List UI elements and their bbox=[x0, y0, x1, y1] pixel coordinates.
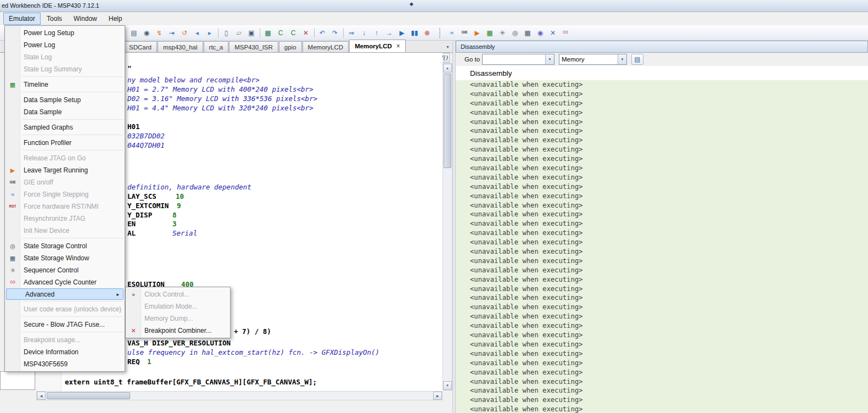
disassembly-row: <unavailable when executing> bbox=[470, 126, 868, 136]
titlebar[interactable]: ed Workbench IDE - MSP430 7.12.1 ◆ bbox=[0, 0, 868, 12]
menu-item-breakpoint-combiner[interactable]: ✕Breakpoint Combiner... bbox=[126, 325, 230, 337]
force-single-step-icon[interactable]: ≈ bbox=[446, 27, 458, 39]
undo-icon-glyph: ↶ bbox=[320, 30, 325, 36]
disassembly-row: <unavailable when executing> bbox=[470, 275, 868, 284]
menu-emulator[interactable]: Emulator bbox=[3, 13, 41, 25]
tab-4-gpio[interactable]: gpio bbox=[279, 41, 302, 52]
breakpoint-combiner-toolbar-icon[interactable]: ✕ bbox=[547, 27, 559, 39]
disassembly-panel-titlebar[interactable]: Disassembly bbox=[456, 41, 868, 53]
navigate-forward-icon-glyph: ▸ bbox=[208, 30, 211, 36]
cycle-counter-toolbar-icon-glyph: ◉ bbox=[537, 30, 543, 36]
scroll-right-button[interactable]: ▶ bbox=[433, 392, 442, 400]
editor-horizontal-scrollbar[interactable]: ◀ ▶ bbox=[36, 391, 443, 400]
step-out-icon[interactable]: ↑ bbox=[371, 27, 383, 39]
scroll-left-button[interactable]: ◀ bbox=[37, 392, 46, 400]
run-icon[interactable]: ▶ bbox=[396, 27, 408, 39]
menu-separator bbox=[22, 332, 123, 332]
tab-6-memorylcd[interactable]: MemoryLCD× bbox=[349, 40, 406, 52]
toolbar-separator bbox=[314, 28, 315, 38]
goto-combobox-arrow-icon[interactable]: ▼ bbox=[545, 54, 554, 64]
tab-close-icon[interactable]: × bbox=[396, 42, 400, 50]
tab-5-memorylcd[interactable]: MemoryLCD bbox=[303, 41, 349, 52]
state-storage-window-toolbar-icon[interactable]: ▦ bbox=[522, 27, 534, 39]
chevron-down-icon: ▼ bbox=[446, 45, 450, 49]
menu-item-device-information[interactable]: Device Information bbox=[5, 346, 125, 358]
menu-item-sequencer-control[interactable]: ✳Sequencer Control bbox=[5, 264, 125, 276]
menu-item-advanced-cycle-counter[interactable]: COAdvanced Cycle Counter bbox=[5, 276, 125, 288]
cycle-counter-toolbar-icon[interactable]: ◉ bbox=[534, 27, 546, 39]
timeline-toolbar-icon[interactable]: ▦ bbox=[484, 27, 496, 39]
menu-item-sampled-graphs[interactable]: Sampled Graphs bbox=[5, 121, 125, 133]
pause-icon[interactable]: ▮▮ bbox=[408, 27, 421, 39]
disassembly-row: <unavailable when executing> bbox=[470, 349, 868, 359]
menu-item-init-new-device: Init New Device bbox=[5, 225, 125, 237]
sequencer-control-toolbar-icon-glyph: ✳ bbox=[500, 30, 505, 36]
menu-separator bbox=[22, 119, 123, 120]
menu-item-power-log-setup[interactable]: Power Log Setup bbox=[5, 27, 125, 39]
toolbar-grip bbox=[439, 28, 443, 38]
advanced-cycle-counter-toolbar-icon[interactable]: CO bbox=[559, 27, 572, 39]
scroll-up-button[interactable]: ▲ bbox=[443, 64, 452, 72]
menu-item-power-log[interactable]: Power Log bbox=[5, 39, 125, 51]
open-document-icon[interactable]: ▱ bbox=[233, 27, 245, 39]
menu-help[interactable]: Help bbox=[103, 13, 128, 25]
print-icon[interactable]: ▤ bbox=[128, 27, 140, 39]
tab-1-msp430-hal[interactable]: msp430_hal bbox=[158, 41, 203, 52]
menu-item-advanced[interactable]: Advanced▸ bbox=[6, 288, 124, 300]
editor-vertical-scrollbar[interactable]: ▲ ▼ bbox=[443, 63, 452, 390]
menu-item-label: Leave Target Running bbox=[20, 166, 88, 174]
vertical-scrollbar-thumb[interactable] bbox=[444, 74, 451, 168]
compile-icon[interactable]: C bbox=[275, 27, 287, 39]
tab-0-sdcard[interactable]: SDCard bbox=[124, 41, 157, 52]
leave-target-running-toolbar-icon[interactable]: ▶ bbox=[471, 27, 483, 39]
menu-item-function-profiler[interactable]: Function Profiler bbox=[5, 137, 125, 149]
new-document-icon[interactable]: ▯ bbox=[220, 27, 232, 39]
goto-combobox[interactable]: ▼ bbox=[482, 54, 555, 65]
window-title: ed Workbench IDE - MSP430 7.12.1 bbox=[2, 2, 99, 9]
goto-label: Go to bbox=[464, 56, 480, 63]
memory-window-button[interactable]: ▤ bbox=[631, 54, 643, 65]
find-icon[interactable]: ◉ bbox=[141, 27, 153, 39]
menu-item-secure-blow-jtag-fuse[interactable]: Secure - Blow JTAG Fuse... bbox=[5, 319, 125, 331]
view-mode-value: Memory bbox=[559, 54, 618, 64]
menu-item-state-storage-window[interactable]: ▦State Storage Window bbox=[5, 252, 125, 264]
gie-toolbar-icon[interactable]: GIE bbox=[458, 27, 471, 39]
navigate-forward-icon[interactable]: ▸ bbox=[204, 27, 216, 39]
sequencer-control-toolbar-icon[interactable]: ✳ bbox=[496, 27, 508, 39]
view-mode-arrow-icon[interactable]: ▼ bbox=[618, 54, 626, 64]
menu-item-label: Device Information bbox=[20, 348, 79, 356]
scroll-down-icon: ▼ bbox=[446, 384, 449, 387]
menu-item-leave-target-running[interactable]: ▶Leave Target Running bbox=[5, 164, 125, 176]
next-statement-icon[interactable]: → bbox=[383, 27, 395, 39]
save-icon[interactable]: ▣ bbox=[245, 27, 257, 39]
reset-icon[interactable]: ↺ bbox=[178, 27, 191, 39]
scroll-down-button[interactable]: ▼ bbox=[443, 381, 452, 390]
menu-tools[interactable]: Tools bbox=[41, 13, 68, 25]
step-into-icon-glyph: ↓ bbox=[362, 30, 366, 36]
redo-icon[interactable]: ↷ bbox=[329, 27, 341, 39]
leave-target-running-toolbar-icon-glyph: ▶ bbox=[474, 30, 479, 36]
menu-item-data-sample-setup[interactable]: Data Sample Setup bbox=[5, 94, 125, 106]
menu-item-data-sample[interactable]: Data Sample bbox=[5, 106, 125, 118]
tab-2-rtc-a[interactable]: rtc_a bbox=[204, 41, 229, 52]
rebuild-all-icon[interactable]: C bbox=[287, 27, 299, 39]
step-over-icon[interactable]: ⇒ bbox=[345, 27, 357, 39]
run-to-cursor-icon[interactable]: ⇥ bbox=[166, 27, 178, 39]
tab-3-msp430-isr[interactable]: MSP430_ISR bbox=[229, 41, 278, 52]
navigate-back-icon[interactable]: ◂ bbox=[191, 27, 203, 39]
make-icon[interactable]: ▦ bbox=[262, 27, 274, 39]
view-mode-combobox[interactable]: Memory ▼ bbox=[559, 54, 627, 65]
stop-build-icon[interactable]: ✕ bbox=[300, 27, 312, 39]
horizontal-scrollbar-thumb[interactable] bbox=[47, 392, 130, 399]
disassembly-row: <unavailable when executing> bbox=[470, 284, 868, 294]
stop-debug-icon[interactable]: ⊗ bbox=[421, 27, 433, 39]
undo-icon[interactable]: ↶ bbox=[316, 27, 328, 39]
menu-item-msp430f5659[interactable]: MSP430F5659 bbox=[5, 358, 125, 370]
step-into-icon[interactable]: ↓ bbox=[358, 27, 370, 39]
state-storage-control-toolbar-icon[interactable]: ◎ bbox=[509, 27, 521, 39]
toggle-breakpoint-icon[interactable]: ↯ bbox=[153, 27, 165, 39]
tab-overflow-button[interactable]: ▼ bbox=[444, 43, 452, 51]
menu-item-timeline[interactable]: ▦Timeline bbox=[5, 79, 125, 91]
menu-window[interactable]: Window bbox=[68, 13, 103, 25]
menu-item-state-storage-control[interactable]: ◎State Storage Control bbox=[5, 240, 125, 252]
